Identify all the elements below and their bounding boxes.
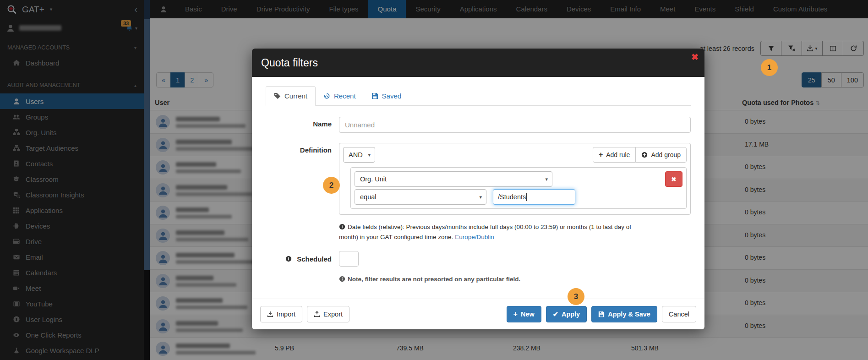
select-caret-icon: ▾ — [545, 176, 548, 182]
info-icon — [285, 256, 292, 262]
history-icon — [323, 93, 330, 99]
check-icon: ✔ — [553, 311, 558, 318]
modal-footer: Import Export + New ✔ Apply — [252, 299, 704, 329]
tab-recent[interactable]: Recent — [316, 86, 364, 105]
save-icon — [598, 311, 605, 317]
text-cursor — [526, 193, 527, 201]
select-caret-icon: ▾ — [368, 152, 371, 158]
export-icon — [314, 311, 320, 317]
info-icon — [339, 224, 345, 230]
new-button[interactable]: + New — [507, 306, 541, 322]
annotation-badge-3: 3 — [568, 288, 584, 305]
apply-button[interactable]: ✔ Apply — [546, 306, 587, 322]
tab-current[interactable]: Current — [266, 86, 316, 106]
import-button[interactable]: Import — [260, 306, 302, 322]
floppy-icon — [371, 93, 378, 99]
timezone-link[interactable]: Europe/Dublin — [455, 234, 494, 240]
presort-note: Note, filter results are not presorted o… — [339, 276, 691, 283]
add-group-button[interactable]: Add group — [635, 147, 687, 163]
plus-icon: + — [513, 310, 518, 318]
filter-rule: Org. Unit▾ ✖ equal▾ /Students — [350, 167, 687, 209]
query-builder-group: AND▾ + Add rule Add group — [339, 143, 691, 215]
close-icon[interactable]: ✖ — [691, 53, 699, 61]
plus-circle-icon — [641, 152, 648, 158]
import-icon — [267, 311, 273, 317]
tab-saved[interactable]: Saved — [364, 86, 409, 105]
scheduled-checkbox[interactable] — [339, 251, 359, 267]
cancel-button[interactable]: Cancel — [662, 306, 696, 322]
info-icon — [339, 276, 345, 282]
combinator-select[interactable]: AND▾ — [343, 147, 375, 163]
date-fields-info: Date fields (relative): Previous days/mo… — [339, 222, 642, 242]
modal-title: Quota filters — [261, 57, 318, 69]
modal-header: Quota filters ✖ — [252, 49, 704, 77]
rule-value-input[interactable]: /Students — [493, 189, 575, 205]
modal-body: Current Recent Saved Name Definiti — [252, 77, 704, 283]
delete-rule-button[interactable]: ✖ — [665, 171, 682, 187]
rule-field-select[interactable]: Org. Unit▾ — [355, 171, 552, 187]
name-label: Name — [266, 117, 339, 133]
filter-name-input[interactable] — [339, 117, 691, 133]
export-button[interactable]: Export — [307, 306, 349, 322]
quota-filters-modal: Quota filters ✖ Current Recent Saved — [252, 49, 704, 329]
add-rule-button[interactable]: + Add rule — [593, 147, 636, 163]
select-caret-icon: ▾ — [479, 194, 482, 200]
filter-tabs: Current Recent Saved — [266, 86, 691, 106]
annotation-badge-1: 1 — [761, 59, 778, 76]
apply-save-button[interactable]: Apply & Save — [591, 306, 657, 322]
tag-icon — [274, 93, 281, 99]
rule-connector-line — [347, 164, 347, 190]
annotation-badge-2: 2 — [323, 177, 340, 194]
scheduled-label: Scheduled — [266, 251, 339, 267]
plus-icon: + — [599, 151, 603, 159]
rule-operator-select[interactable]: equal▾ — [355, 189, 486, 205]
